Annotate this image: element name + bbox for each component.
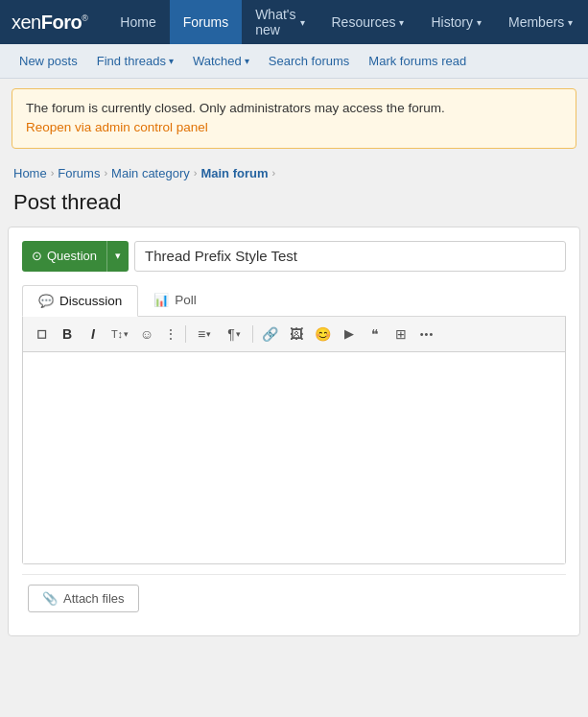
subnav-item-watched[interactable]: Watched ▾ [183,44,259,79]
toolbar-italic-button[interactable]: I [81,322,106,347]
editor-container: ◻ B I T↕▾ ☺ ⋮ ≡▾ ¶▾ 🔗 🖼 😊 ▶ ❝ ⊞ ••• [22,317,566,564]
subnav-item-find-threads[interactable]: Find threads ▾ [87,44,183,79]
history-chevron-icon: ▾ [477,17,482,28]
toolbar-more-button[interactable]: ⋮ [160,322,181,347]
poll-icon: 📊 [153,293,169,307]
editor-tabs: 💬 Discussion 📊 Poll [22,285,566,317]
toolbar-separator-2 [252,325,253,343]
alert-banner: The forum is currently closed. Only admi… [12,88,576,149]
nav-item-history[interactable]: History ▾ [417,0,495,44]
post-thread-form: ⊙ Question ▾ 💬 Discussion 📊 Poll ◻ B I T… [8,227,580,636]
toolbar-options-button[interactable]: ••• [414,322,439,347]
editor-body[interactable] [23,352,565,563]
nav-item-resources[interactable]: Resources ▾ [318,0,418,44]
toolbar-emoji-button[interactable]: 😊 [310,322,336,347]
para-chevron-icon: ▾ [236,329,241,339]
toolbar-media-button[interactable]: ▶ [337,322,362,347]
toolbar-eraser-button[interactable]: ◻ [29,322,54,347]
nav-item-members[interactable]: Members ▾ [495,0,586,44]
prefix-label: Question [47,249,97,263]
breadcrumb-sep-1: › [51,167,55,179]
breadcrumb-sep-3: › [194,167,198,179]
breadcrumb: Home › Forums › Main category › Main for… [0,158,588,184]
breadcrumb-sep-2: › [104,167,107,179]
toolbar-para-button[interactable]: ¶▾ [220,322,248,347]
members-chevron-icon: ▾ [568,17,573,28]
toolbar-separator-1 [185,325,186,343]
nav-item-whats-new[interactable]: What's new ▾ [242,0,318,44]
nav-item-forums[interactable]: Forums [170,0,242,44]
top-nav-items: Home Forums What's new ▾ Resources ▾ His… [106,0,586,44]
attach-area: 📎 Attach files [22,574,566,622]
thread-title-row: ⊙ Question ▾ [22,241,566,272]
toolbar-styles-button[interactable]: ☺ [134,322,159,347]
attach-files-button[interactable]: 📎 Attach files [28,585,139,612]
whats-new-chevron-icon: ▾ [300,17,305,28]
tab-discussion[interactable]: 💬 Discussion [22,285,138,317]
tab-poll[interactable]: 📊 Poll [138,285,212,316]
page-title: Post thread [0,184,588,227]
toolbar-image-button[interactable]: 🖼 [284,322,309,347]
watched-chevron-icon: ▾ [245,56,249,66]
discussion-icon: 💬 [38,294,54,308]
breadcrumb-forums[interactable]: Forums [58,166,100,180]
alert-link[interactable]: Reopen via admin control panel [26,120,208,134]
breadcrumb-main-forum[interactable]: Main forum [200,166,268,180]
breadcrumb-sep-4: › [271,167,275,179]
prefix-icon: ⊙ [32,249,42,263]
logo-trademark: ® [82,13,87,23]
subnav-item-mark-forums-read[interactable]: Mark forums read [359,44,476,79]
toolbar-align-button[interactable]: ≡▾ [190,322,219,347]
thread-title-input[interactable] [134,241,566,272]
prefix-dropdown-button[interactable]: ▾ [106,241,129,272]
breadcrumb-home[interactable]: Home [13,166,47,180]
sub-nav: New posts Find threads ▾ Watched ▾ Searc… [0,44,588,79]
toolbar-table-button[interactable]: ⊞ [388,322,413,347]
breadcrumb-main-category[interactable]: Main category [111,166,190,180]
nav-item-home[interactable]: Home [106,0,169,44]
textsize-chevron-icon: ▾ [124,329,129,339]
editor-toolbar: ◻ B I T↕▾ ☺ ⋮ ≡▾ ¶▾ 🔗 🖼 😊 ▶ ❝ ⊞ ••• [23,317,565,352]
toolbar-quote-button[interactable]: ❝ [363,322,388,347]
subnav-item-search-forums[interactable]: Search forums [259,44,360,79]
logo-part1: xen [12,12,41,33]
paperclip-icon: 📎 [42,591,58,606]
top-nav: xenForo® Home Forums What's new ▾ Resour… [0,0,588,44]
logo-part2: Foro [41,12,82,33]
toolbar-bold-button[interactable]: B [55,322,80,347]
find-threads-chevron-icon: ▾ [169,56,174,66]
align-chevron-icon: ▾ [206,329,211,339]
toolbar-link-button[interactable]: 🔗 [257,322,283,347]
alert-message: The forum is currently closed. Only admi… [26,99,562,138]
subnav-item-new-posts[interactable]: New posts [10,44,87,79]
resources-chevron-icon: ▾ [399,17,404,28]
prefix-dropdown-chevron-icon: ▾ [115,250,121,262]
prefix-button[interactable]: ⊙ Question [22,241,106,272]
toolbar-textsize-button[interactable]: T↕▾ [106,322,133,347]
logo[interactable]: xenForo® [12,12,87,34]
